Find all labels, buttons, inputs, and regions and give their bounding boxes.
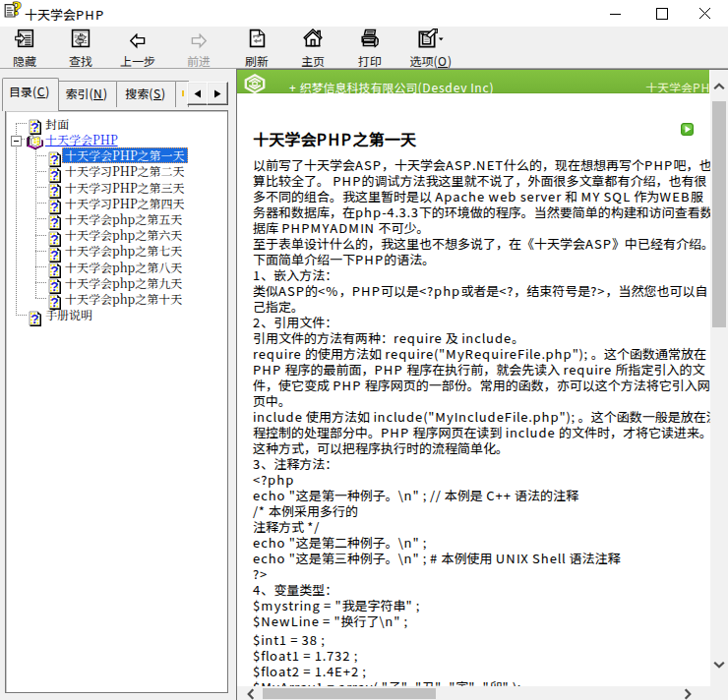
svg-text:?: ? — [12, 0, 22, 19]
svg-text:?: ? — [30, 311, 38, 325]
